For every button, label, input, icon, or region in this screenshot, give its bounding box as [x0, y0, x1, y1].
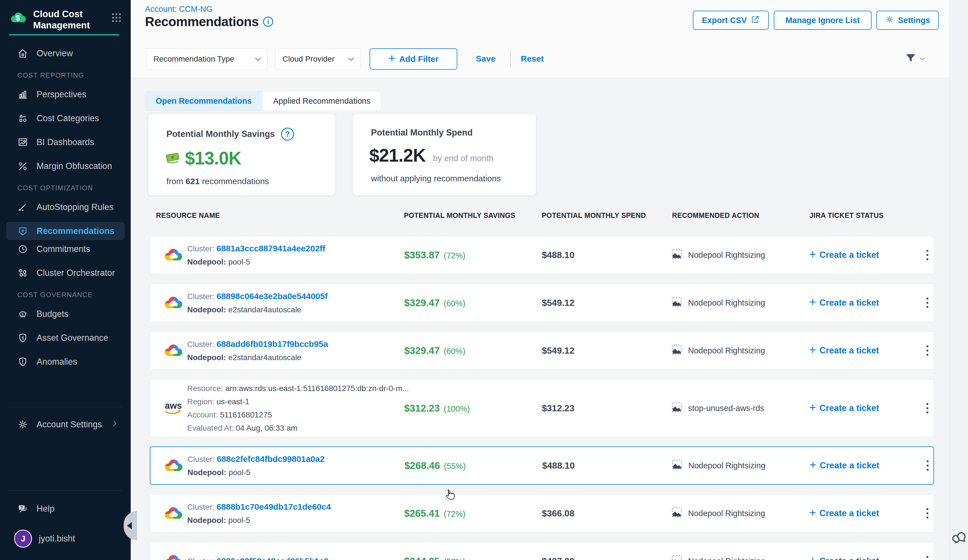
row-menu-button[interactable]	[923, 247, 931, 263]
recommended-action: Nodepool Rightsizing	[671, 343, 765, 358]
table-row[interactable]: Cluster: 6886e92f59a48cad86b5b1c6$244.05…	[150, 542, 934, 560]
sidebar-item-asset-governance[interactable]: $Asset Governance	[0, 329, 131, 347]
row-menu-button[interactable]	[924, 458, 932, 474]
create-ticket-button[interactable]: +Create a ticket	[809, 507, 879, 520]
resource-link[interactable]: 6886e92f59a48cad86b5b1c6	[216, 556, 328, 560]
card-title: Potential Monthly Savings	[166, 129, 275, 139]
resource-link[interactable]: 6881a3ccc887941a4ee202ff	[216, 244, 325, 253]
sidebar-item-label: Overview	[36, 48, 73, 58]
potential-spend-value: $488.10	[542, 250, 575, 260]
collapse-arrow-icon	[127, 522, 132, 529]
username: jyoti.bisht	[39, 533, 75, 544]
create-ticket-button[interactable]: +Create a ticket	[809, 249, 879, 261]
sidebar-item-label: Budgets	[36, 309, 69, 319]
sidebar-item-label: Help	[36, 504, 55, 514]
gear-icon	[16, 419, 29, 430]
sidebar-item-label: Cluster Orchestrator	[36, 268, 115, 278]
sidebar-item-overview[interactable]: Overview	[0, 45, 131, 62]
potential-savings-value: $268.46(55%)	[404, 460, 466, 471]
potential-spend-value: $549.12	[542, 298, 575, 308]
export-csv-button[interactable]: Export CSV	[693, 11, 769, 30]
tab-open-recommendations[interactable]: Open Recommendations	[145, 91, 262, 111]
create-ticket-button[interactable]: +Create a ticket	[809, 345, 879, 357]
sidebar-item-label: AutoStopping Rules	[36, 202, 114, 212]
sidebar-item-budgets[interactable]: $Budgets	[0, 305, 131, 323]
help-circle-icon[interactable]: ?	[281, 128, 294, 141]
app-title: Cloud Cost Management	[33, 8, 100, 31]
sidebar-item-autostopping-rules[interactable]: AutoStopping Rules	[0, 198, 131, 216]
svg-text:$: $	[15, 13, 20, 22]
potential-spend-value: $549.12	[542, 346, 575, 356]
row-menu-button[interactable]	[923, 343, 931, 359]
autostopping-wand-icon	[16, 202, 29, 213]
table-row[interactable]: Cluster: 68898c064e3e2ba0e544005fNodepoo…	[150, 284, 934, 322]
create-ticket-button[interactable]: +Create a ticket	[809, 459, 879, 472]
plus-icon: +	[809, 554, 816, 560]
sidebar-item-perspectives[interactable]: Perspectives	[0, 86, 131, 103]
plus-icon: +	[809, 343, 816, 357]
column-header-recommended-action: RECOMMENDED ACTION	[672, 211, 759, 220]
avatar: J	[14, 530, 32, 548]
row-menu-button[interactable]	[923, 553, 931, 560]
info-icon[interactable]: i	[263, 17, 273, 27]
row-menu-button[interactable]	[923, 295, 931, 311]
rightsizing-action-icon	[671, 296, 683, 310]
sidebar-item-bi-dashboards[interactable]: BI Dashboards	[0, 133, 131, 151]
sidebar-item-help[interactable]: ? Help	[0, 500, 131, 518]
spend-subtext: without applying recommendations	[371, 174, 536, 183]
svg-text:$: $	[22, 312, 23, 316]
potential-savings-value: $353.87(72%)	[404, 249, 466, 260]
resource-name-cell: Cluster: 6886e92f59a48cad86b5b1c6	[187, 556, 328, 560]
table-row[interactable]: Cluster: 688add6fb019b17f9bccb95aNodepoo…	[150, 331, 934, 369]
table-row[interactable]: Cluster: 6881a3ccc887941a4ee202ffNodepoo…	[150, 236, 934, 274]
recommendation-type-filter[interactable]: Recommendation Type	[146, 48, 268, 70]
create-ticket-button[interactable]: +Create a ticket	[809, 402, 879, 414]
shield-alert-icon	[16, 356, 29, 368]
scroll-gutter[interactable]	[949, 0, 968, 560]
sidebar-item-label: BI Dashboards	[36, 137, 94, 147]
cloud-provider-filter[interactable]: Cloud Provider	[275, 48, 361, 70]
sidebar-item-account-settings[interactable]: Account Settings	[0, 416, 131, 434]
resource-link[interactable]: 688add6fb019b17f9bccb95a	[216, 339, 328, 349]
user-menu[interactable]: J jyoti.bisht	[0, 530, 131, 548]
sidebar-item-anomalies[interactable]: Anomalies	[0, 353, 131, 371]
tab-applied-recommendations[interactable]: Applied Recommendations	[262, 91, 381, 111]
sidebar-item-cluster-orchestrator[interactable]: Cluster Orchestrator	[0, 264, 131, 282]
money-icon	[165, 150, 181, 167]
row-menu-button[interactable]	[923, 400, 931, 416]
filter-menu-button[interactable]	[904, 52, 924, 66]
shapes-icon	[16, 113, 29, 124]
sidebar-item-cost-categories[interactable]: Cost Categories	[0, 109, 131, 128]
ccm-cloud-logo-icon: $	[10, 8, 27, 27]
table-row[interactable]: Cluster: 688c2fefc84fbdc99801a0a2Nodepoo…	[150, 446, 934, 485]
resource-name-cell: Cluster: 68898c064e3e2ba0e544005fNodepoo…	[187, 292, 328, 314]
resource-link[interactable]: 68898c064e3e2ba0e544005f	[216, 292, 327, 301]
rightsizing-action-icon	[671, 401, 683, 415]
resource-link[interactable]: 6888b1c70e49db17c1de60c4	[216, 502, 331, 511]
manage-ignore-list-button[interactable]: Manage Ignore List	[774, 11, 872, 30]
chat-support-button[interactable]	[952, 530, 968, 547]
funnel-icon	[904, 52, 917, 66]
resource-link[interactable]: 688c2fefc84fbdc99801a0a2	[217, 454, 325, 464]
settings-button[interactable]: Settings	[876, 11, 939, 30]
sidebar-item-margin-obfuscation[interactable]: Margin Obfuscation	[0, 157, 131, 175]
reset-filter-link[interactable]: Reset	[521, 54, 544, 63]
svg-text:?: ?	[21, 506, 23, 510]
gear-icon	[885, 15, 894, 26]
resource-name-cell: Cluster: 6888b1c70e49db17c1de60c4Nodepoo…	[187, 502, 331, 525]
create-ticket-button[interactable]: +Create a ticket	[809, 297, 879, 309]
column-header-jira-ticket-status: JIRA TICKET STATUS	[809, 211, 883, 220]
breadcrumb-account-link[interactable]: Account: CCM-NG	[145, 5, 212, 14]
module-grid-icon[interactable]	[111, 12, 122, 25]
table-row[interactable]: awsResource: arn:aws:rds:us-east-1:51161…	[150, 379, 934, 437]
divider	[510, 51, 511, 67]
sidebar-item-recommendations[interactable]: Recommendations	[6, 222, 124, 240]
table-row[interactable]: Cluster: 6888b1c70e49db17c1de60c4Nodepoo…	[150, 494, 934, 532]
save-filter-link[interactable]: Save	[476, 54, 496, 63]
add-filter-button[interactable]: + Add Filter	[370, 48, 457, 70]
sidebar-item-commitments[interactable]: Commitments	[0, 240, 131, 258]
create-ticket-button[interactable]: +Create a ticket	[809, 555, 879, 560]
sidebar-item-label: Commitments	[36, 244, 90, 254]
svg-text:$: $	[22, 336, 24, 340]
row-menu-button[interactable]	[923, 505, 931, 522]
